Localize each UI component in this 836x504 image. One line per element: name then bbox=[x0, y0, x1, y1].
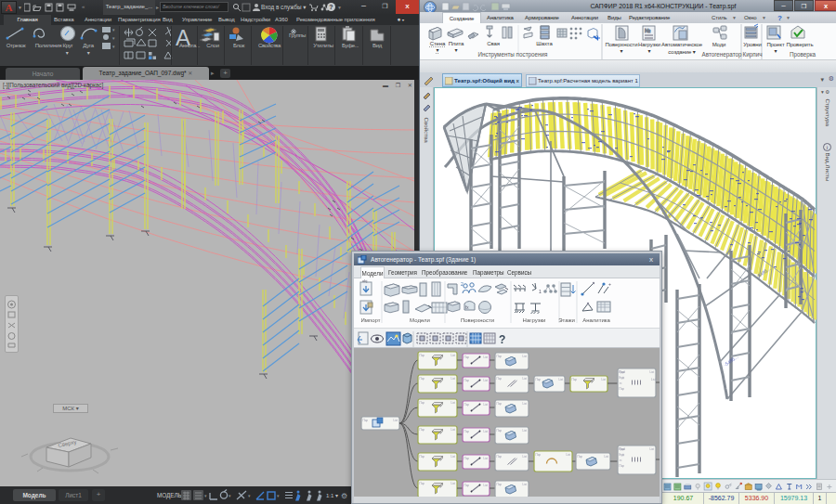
svg-text:List: List bbox=[650, 447, 655, 451]
svg-text:Пар: Пар bbox=[620, 387, 625, 391]
svg-text:№: № bbox=[645, 28, 650, 33]
svg-text:List: List bbox=[451, 354, 456, 357]
svg-text:List: List bbox=[523, 429, 528, 433]
svg-text:Пар: Пар bbox=[497, 429, 503, 433]
svg-text:▾: ▾ bbox=[277, 493, 280, 498]
svg-text:List: List bbox=[523, 483, 528, 486]
svg-text:List: List bbox=[484, 355, 489, 359]
svg-text:List: List bbox=[451, 482, 456, 485]
svg-text:List: List bbox=[602, 378, 607, 381]
svg-text:List: List bbox=[523, 377, 528, 381]
svg-text:List: List bbox=[523, 355, 528, 358]
svg-text:Пар: Пар bbox=[497, 402, 503, 406]
svg-text:▾: ▾ bbox=[248, 493, 251, 498]
svg-text:Пар: Пар bbox=[572, 378, 578, 381]
svg-text:Буф: Буф bbox=[620, 453, 625, 457]
svg-text:List: List bbox=[451, 428, 456, 432]
svg-text:Пар: Пар bbox=[363, 419, 369, 422]
svg-text:List: List bbox=[484, 403, 489, 407]
svg-text:List: List bbox=[451, 455, 456, 459]
svg-text:List: List bbox=[605, 455, 609, 459]
svg-text:Пар: Пар bbox=[420, 428, 425, 432]
svg-text:Пар: Пар bbox=[497, 455, 503, 459]
svg-text:▾: ▾ bbox=[229, 493, 231, 498]
svg-text:Пар: Пар bbox=[420, 482, 425, 485]
svg-text:List: List bbox=[651, 378, 656, 381]
svg-text:Пар: Пар bbox=[464, 355, 470, 359]
svg-text:▾: ▾ bbox=[112, 35, 115, 41]
svg-text:List: List bbox=[484, 430, 489, 433]
svg-text:Край: Край bbox=[620, 370, 626, 374]
svg-text:+: + bbox=[608, 281, 611, 287]
svg-text:Пар: Пар bbox=[620, 464, 625, 468]
svg-text:List: List bbox=[394, 419, 398, 422]
svg-text:List: List bbox=[451, 377, 456, 381]
svg-text:⚙: ⚙ bbox=[341, 492, 347, 500]
svg-text:Пар: Пар bbox=[578, 455, 583, 459]
svg-text:Пар: Пар bbox=[464, 457, 470, 460]
svg-text:List: List bbox=[567, 453, 571, 457]
svg-text:Пар: Пар bbox=[536, 378, 542, 381]
svg-text:List: List bbox=[484, 379, 489, 382]
svg-text:Пар: Пар bbox=[497, 355, 503, 358]
svg-text:Пар: Пар bbox=[420, 455, 425, 459]
svg-text:▾: ▾ bbox=[112, 44, 115, 49]
svg-text:List: List bbox=[484, 457, 489, 460]
svg-text:Буф: Буф bbox=[620, 376, 625, 380]
svg-text:>с: >с bbox=[620, 381, 623, 385]
svg-text:Пар: Пар bbox=[497, 377, 503, 381]
svg-text:Пар: Пар bbox=[536, 453, 542, 457]
svg-text:Пар: Пар bbox=[497, 483, 503, 486]
svg-text:Пар: Пар bbox=[464, 430, 470, 433]
svg-text:?: ? bbox=[499, 333, 505, 346]
svg-text:List: List bbox=[523, 455, 528, 459]
svg-text:Пар: Пар bbox=[420, 377, 425, 381]
svg-text:Пар: Пар bbox=[420, 401, 425, 405]
svg-text:▾: ▾ bbox=[204, 493, 207, 498]
svg-text:Пар: Пар bbox=[464, 403, 470, 407]
svg-text:1: 1 bbox=[539, 289, 542, 294]
svg-text:2: 2 bbox=[461, 281, 464, 287]
svg-text:▾: ▾ bbox=[112, 27, 115, 32]
svg-text:List: List bbox=[484, 484, 489, 487]
svg-text:List: List bbox=[451, 401, 456, 405]
svg-text:Пар: Пар bbox=[464, 379, 470, 382]
svg-text:List: List bbox=[650, 370, 655, 374]
svg-text:obj: obj bbox=[362, 278, 367, 283]
svg-text:Пар: Пар bbox=[420, 354, 425, 357]
svg-text:Край: Край bbox=[620, 447, 626, 451]
svg-text:1:1 ▾: 1:1 ▾ bbox=[326, 493, 338, 498]
svg-text:Пар: Пар bbox=[464, 484, 470, 487]
svg-text:List: List bbox=[523, 402, 528, 406]
svg-text:List: List bbox=[559, 378, 564, 381]
svg-text:>с: >с bbox=[620, 459, 623, 462]
